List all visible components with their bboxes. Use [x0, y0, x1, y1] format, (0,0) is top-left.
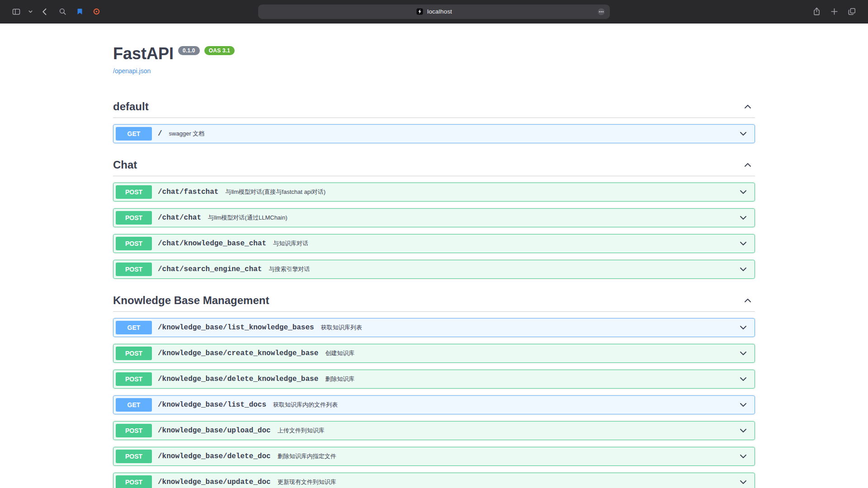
api-section: Knowledge Base Management GET /knowledge… — [113, 290, 755, 488]
operation-path: /knowledge_base/create_knowledge_base — [158, 349, 318, 357]
operation-summary: 删除知识库内指定文件 — [278, 452, 734, 460]
operation-row[interactable]: POST /chat/search_engine_chat 与搜索引擎对话 — [113, 260, 755, 279]
method-badge: POST — [116, 372, 152, 386]
chevron-down-icon — [739, 478, 748, 487]
url-text: localhost — [427, 8, 452, 15]
operation-row[interactable]: POST /chat/knowledge_base_chat 与知识库对话 — [113, 234, 755, 253]
method-badge: GET — [116, 321, 152, 334]
operations-list: GET / swagger 文档 — [113, 124, 755, 143]
operation-summary: 获取知识库列表 — [321, 324, 734, 332]
target-icon — [93, 8, 100, 15]
chevron-up-icon — [743, 160, 752, 169]
expand-operation-button[interactable] — [734, 426, 752, 435]
extension-target-button[interactable] — [90, 5, 103, 18]
chevron-down-icon — [739, 375, 748, 384]
site-favicon-icon — [416, 8, 424, 15]
collapse-section-button[interactable] — [741, 159, 755, 171]
plus-icon — [830, 7, 839, 16]
api-info: FastAPI 0.1.0 OAS 3.1 /openapi.json — [113, 44, 755, 75]
chevron-left-icon — [40, 7, 49, 16]
operation-summary: swagger 文档 — [169, 130, 734, 138]
share-button[interactable] — [810, 5, 824, 19]
operation-row[interactable]: GET /knowledge_base/list_knowledge_bases… — [113, 318, 755, 337]
expand-operation-button[interactable] — [734, 375, 752, 384]
chevron-down-icon — [28, 9, 33, 14]
operation-row[interactable]: POST /knowledge_base/delete_knowledge_ba… — [113, 370, 755, 389]
toolbar-right-group — [810, 5, 859, 19]
operation-row[interactable]: GET /knowledge_base/list_docs 获取知识库内的文件列… — [113, 395, 755, 414]
chevron-down-icon — [739, 239, 748, 248]
operation-summary: 删除知识库 — [325, 375, 734, 383]
operation-row[interactable]: POST /knowledge_base/create_knowledge_ba… — [113, 344, 755, 363]
expand-operation-button[interactable] — [734, 129, 752, 138]
expand-operation-button[interactable] — [734, 188, 752, 197]
operation-path: /knowledge_base/update_doc — [158, 478, 271, 486]
address-bar-content: localhost — [416, 8, 452, 15]
version-badge: 0.1.0 — [178, 46, 200, 55]
search-icon — [58, 7, 67, 16]
sidebar-toggle-button[interactable] — [9, 5, 24, 19]
operation-summary: 创建知识库 — [325, 349, 734, 357]
operation-path: /chat/search_engine_chat — [158, 265, 262, 273]
page-settings-button[interactable] — [596, 6, 607, 17]
expand-operation-button[interactable] — [734, 323, 752, 332]
operation-row[interactable]: GET / swagger 文档 — [113, 124, 755, 143]
chevron-down-icon — [739, 426, 748, 435]
openapi-json-link[interactable]: /openapi.json — [113, 67, 151, 75]
expand-operation-button[interactable] — [734, 452, 752, 461]
section-header[interactable]: Knowledge Base Management — [113, 290, 755, 312]
expand-operation-button[interactable] — [734, 239, 752, 248]
tab-overview-button[interactable] — [845, 5, 859, 19]
sidebar-menu-button[interactable] — [27, 7, 34, 16]
operation-summary: 上传文件到知识库 — [278, 427, 734, 435]
method-badge: GET — [116, 127, 152, 141]
new-tab-button[interactable] — [827, 5, 841, 19]
method-badge: POST — [116, 237, 152, 250]
method-badge: POST — [116, 347, 152, 360]
operation-path: / — [158, 130, 162, 138]
chevron-down-icon — [739, 188, 748, 197]
operation-path: /knowledge_base/list_docs — [158, 401, 266, 409]
api-title-text: FastAPI — [113, 44, 174, 63]
expand-operation-button[interactable] — [734, 213, 752, 222]
method-badge: POST — [116, 475, 152, 488]
sidebar-icon — [12, 7, 21, 16]
operation-row[interactable]: POST /knowledge_base/update_doc 更新现有文件到知… — [113, 473, 755, 488]
operations-list: POST /chat/fastchat 与llm模型对话(直接与fastchat… — [113, 183, 755, 279]
operation-row[interactable]: POST /knowledge_base/delete_doc 删除知识库内指定… — [113, 447, 755, 466]
expand-operation-button[interactable] — [734, 349, 752, 358]
api-title: FastAPI 0.1.0 OAS 3.1 — [113, 44, 755, 63]
operation-row[interactable]: POST /chat/chat 与llm模型对话(通过LLMChain) — [113, 208, 755, 227]
toolbar-left-group — [9, 5, 103, 19]
collapse-section-button[interactable] — [741, 294, 755, 307]
operation-summary: 获取知识库内的文件列表 — [273, 401, 734, 409]
operations-list: GET /knowledge_base/list_knowledge_bases… — [113, 318, 755, 488]
section-header[interactable]: default — [113, 96, 755, 118]
chevron-up-icon — [743, 102, 752, 111]
operation-summary: 与llm模型对话(通过LLMChain) — [208, 214, 734, 222]
expand-operation-button[interactable] — [734, 400, 752, 409]
operation-path: /chat/fastchat — [158, 188, 218, 196]
collapse-section-button[interactable] — [741, 100, 755, 113]
operation-path: /knowledge_base/delete_knowledge_base — [158, 375, 318, 383]
expand-operation-button[interactable] — [734, 478, 752, 487]
extension-bookmark-button[interactable] — [73, 5, 86, 18]
back-button[interactable] — [38, 5, 52, 19]
address-bar[interactable]: localhost — [258, 5, 610, 19]
chevron-down-icon — [739, 323, 748, 332]
operation-row[interactable]: POST /knowledge_base/upload_doc 上传文件到知识库 — [113, 421, 755, 440]
section-title: Knowledge Base Management — [113, 294, 269, 307]
operation-path: /chat/knowledge_base_chat — [158, 239, 266, 248]
section-header[interactable]: Chat — [113, 154, 755, 176]
chevron-down-icon — [739, 213, 748, 222]
expand-operation-button[interactable] — [734, 265, 752, 274]
operation-row[interactable]: POST /chat/fastchat 与llm模型对话(直接与fastchat… — [113, 183, 755, 202]
chevron-down-icon — [739, 349, 748, 358]
share-icon — [812, 7, 821, 16]
operation-summary: 更新现有文件到知识库 — [278, 478, 734, 486]
operation-path: /chat/chat — [158, 214, 201, 222]
section-title: Chat — [113, 159, 137, 171]
search-button[interactable] — [56, 5, 70, 19]
ellipsis-circle-icon — [597, 7, 606, 16]
operation-path: /knowledge_base/list_knowledge_bases — [158, 324, 314, 332]
